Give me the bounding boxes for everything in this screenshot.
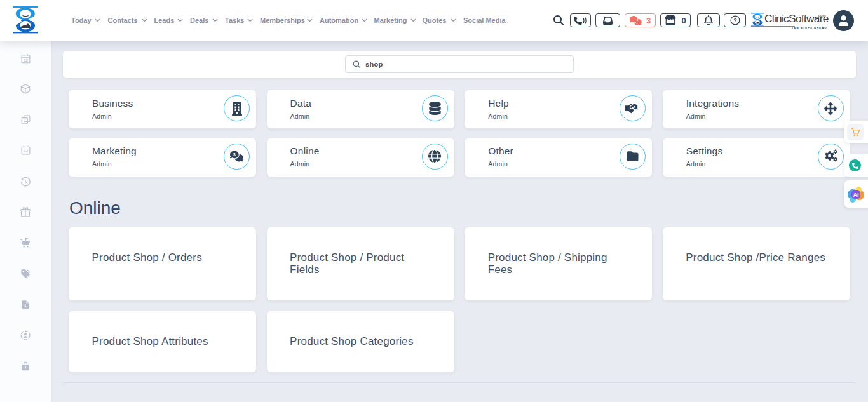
- svg-text:?: ?: [733, 17, 736, 23]
- svg-text:AI: AI: [853, 192, 859, 198]
- svg-text:$: $: [233, 152, 236, 157]
- svg-text:12: 12: [24, 58, 28, 62]
